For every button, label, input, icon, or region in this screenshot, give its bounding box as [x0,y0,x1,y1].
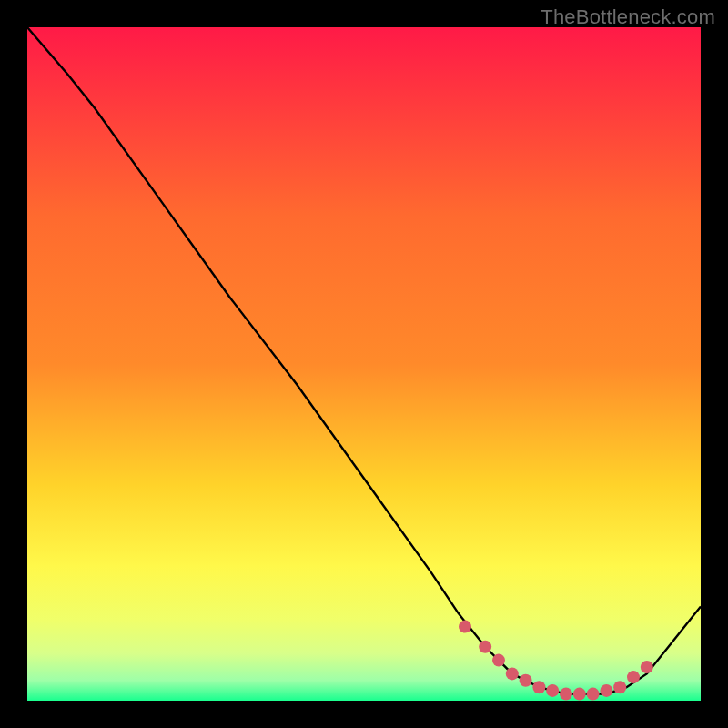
marker-dot [459,621,471,633]
marker-dot [627,671,640,683]
marker-dot [532,681,545,693]
marker-dot [573,688,586,701]
marker-dot [492,654,505,667]
marker-dot [479,641,491,653]
marker-dot [641,661,653,673]
watermark-text: TheBottleneck.com [541,5,715,29]
marker-dot [506,667,519,680]
marker-dot [520,674,532,687]
plot-background [27,27,701,701]
marker-dot [587,688,600,701]
marker-dot [600,684,612,697]
marker-dot [560,688,572,701]
bottleneck-chart [0,0,728,728]
chart-container: TheBottleneck.com [0,0,728,728]
marker-dot [613,681,626,693]
marker-dot [546,684,559,697]
